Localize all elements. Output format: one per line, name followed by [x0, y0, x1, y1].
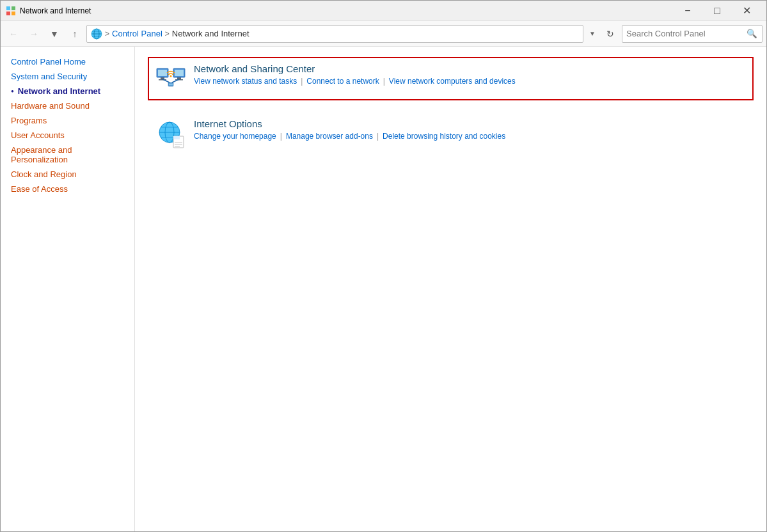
close-button[interactable]: ✕	[732, 1, 761, 21]
svg-rect-11	[161, 77, 164, 79]
svg-point-20	[171, 84, 173, 85]
svg-rect-14	[175, 70, 184, 76]
link-sep-2: |	[383, 77, 385, 86]
network-sharing-center-title[interactable]: Network and Sharing Center	[194, 63, 746, 74]
breadcrumb-current: Network and Internet	[172, 29, 249, 38]
window-icon	[6, 6, 16, 16]
internet-options-content: Internet Options Change your homepage | …	[194, 118, 746, 141]
title-bar: Network and Internet − □ ✕	[1, 1, 766, 21]
network-sharing-center-links: View network status and tasks | Connect …	[194, 77, 746, 86]
svg-rect-0	[6, 6, 10, 10]
search-input[interactable]	[626, 29, 745, 38]
refresh-button[interactable]: ↻	[601, 25, 619, 43]
sidebar-item-user-accounts[interactable]: User Accounts	[1, 128, 134, 143]
content-area: Network and Sharing Center View network …	[135, 47, 766, 532]
delete-browsing-history-link[interactable]: Delete browsing history and cookies	[383, 132, 505, 141]
svg-rect-1	[12, 6, 15, 10]
manage-browser-addons-link[interactable]: Manage browser add-ons	[286, 132, 373, 141]
address-dropdown-button[interactable]: ▼	[586, 25, 599, 43]
view-network-status-link[interactable]: View network status and tasks	[194, 77, 297, 86]
svg-point-23	[170, 75, 172, 77]
main-layout: Control Panel Home System and Security ●…	[1, 47, 766, 532]
address-bar: ← → ▼ ↑ > Control Panel > Network and In…	[1, 21, 766, 47]
maximize-button[interactable]: □	[702, 1, 732, 21]
sidebar-item-network-and-internet[interactable]: ● Network and Internet	[1, 84, 134, 98]
network-sharing-center-item: Network and Sharing Center View network …	[148, 57, 754, 100]
sidebar-item-hardware-and-sound[interactable]: Hardware and Sound	[1, 98, 134, 113]
up-button[interactable]: ↑	[66, 25, 84, 43]
network-sharing-center-content: Network and Sharing Center View network …	[194, 63, 746, 86]
network-sharing-center-icon	[155, 63, 186, 94]
svg-rect-30	[173, 136, 180, 139]
internet-options-item: Internet Options Change your homepage | …	[148, 112, 754, 155]
sidebar-item-clock-and-region[interactable]: Clock and Region	[1, 167, 134, 182]
svg-rect-10	[158, 70, 167, 76]
breadcrumb-separator-2: >	[165, 29, 170, 38]
back-button[interactable]: ←	[4, 25, 22, 43]
internet-options-title[interactable]: Internet Options	[194, 118, 746, 129]
sidebar-item-programs[interactable]: Programs	[1, 113, 134, 128]
forward-button[interactable]: →	[25, 25, 43, 43]
active-bullet: ●	[11, 88, 14, 94]
link-sep-4: |	[377, 132, 379, 141]
svg-point-18	[169, 84, 170, 85]
search-box: 🔍	[622, 25, 763, 43]
svg-point-19	[170, 84, 171, 85]
internet-options-links: Change your homepage | Manage browser ad…	[194, 132, 746, 141]
window-controls: − □ ✕	[673, 1, 761, 21]
svg-rect-15	[177, 77, 181, 79]
connect-to-network-link[interactable]: Connect to a network	[306, 77, 379, 86]
svg-rect-2	[6, 12, 10, 15]
window-title: Network and Internet	[20, 6, 673, 15]
internet-options-icon	[155, 118, 186, 149]
minimize-button[interactable]: −	[673, 1, 702, 21]
dropdown-button[interactable]: ▼	[45, 25, 63, 43]
view-network-computers-link[interactable]: View network computers and devices	[389, 77, 516, 86]
sidebar-item-system-and-security[interactable]: System and Security	[1, 69, 134, 84]
sidebar: Control Panel Home System and Security ●…	[1, 47, 135, 532]
sidebar-item-control-panel-home[interactable]: Control Panel Home	[1, 54, 134, 69]
change-homepage-link[interactable]: Change your homepage	[194, 132, 276, 141]
address-globe-icon	[91, 28, 102, 40]
address-path: > Control Panel > Network and Internet	[86, 25, 583, 43]
link-sep-1: |	[301, 77, 303, 86]
link-sep-3: |	[280, 132, 282, 141]
sidebar-item-ease-of-access[interactable]: Ease of Access	[1, 182, 134, 196]
sidebar-item-appearance-and-personalization[interactable]: Appearance and Personalization	[1, 143, 134, 167]
breadcrumb-root[interactable]: Control Panel	[112, 29, 162, 38]
search-icon-button[interactable]: 🔍	[745, 27, 758, 40]
breadcrumb-separator-1: >	[105, 29, 109, 38]
svg-rect-3	[12, 12, 15, 15]
